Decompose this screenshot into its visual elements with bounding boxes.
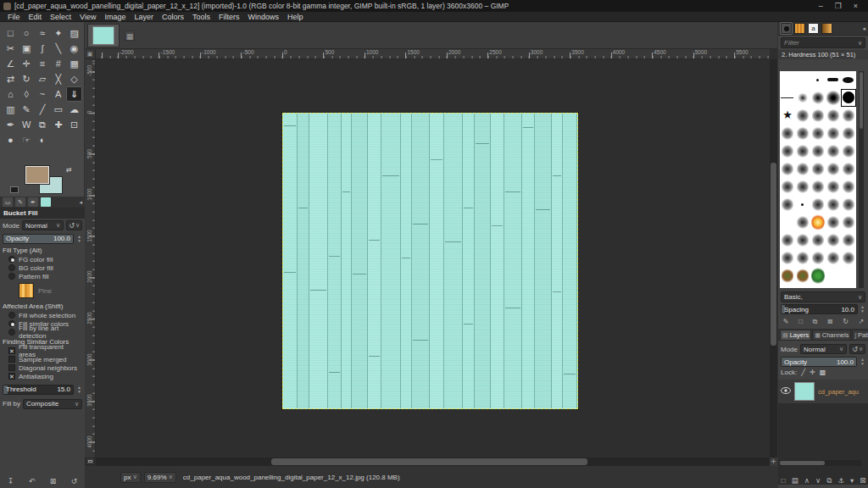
brush-swatch-tex[interactable] <box>780 142 795 160</box>
brush-swatch-hard[interactable] <box>841 89 856 107</box>
gradients-tab[interactable] <box>821 23 832 34</box>
brush-swatch-soft3[interactable] <box>826 89 841 107</box>
fill-type-option[interactable]: Pattern fill <box>0 272 85 280</box>
brush-swatch-blank[interactable] <box>780 71 795 89</box>
tool-warp-transform[interactable]: ~ <box>35 86 51 102</box>
brush-swatch-tex[interactable] <box>810 231 826 249</box>
dock-menu-icon[interactable]: ◂ <box>79 199 82 206</box>
tool-paintbrush[interactable]: ╱ <box>35 102 51 117</box>
tool-zoom[interactable]: ◉ <box>66 41 82 56</box>
tool-perspective-clone[interactable]: ⊡ <box>66 117 82 132</box>
brush-swatch-dab[interactable] <box>841 71 856 89</box>
layer-blend-space-button[interactable]: ↺∨ <box>849 344 865 354</box>
horizontal-ruler[interactable]: -2000-1500-1000-500050010001500200025003… <box>96 49 770 59</box>
brush-swatch-tex[interactable] <box>841 107 856 125</box>
brush-swatch-tex[interactable] <box>795 249 810 267</box>
brush-swatch-tex[interactable] <box>826 214 841 231</box>
brush-swatch-soft1[interactable] <box>795 89 810 107</box>
fill-type-option[interactable]: BG color fill <box>0 263 85 272</box>
layers-scrollbar-thumb[interactable] <box>780 461 825 465</box>
brush-swatch-tex[interactable] <box>841 196 856 214</box>
tool-perspective[interactable]: ◊ <box>19 86 35 102</box>
delete-tool-preset-button[interactable]: ⊠ <box>50 477 57 485</box>
device-status-tab[interactable]: ✎ <box>15 197 25 207</box>
brush-swatch-tex[interactable] <box>780 231 795 249</box>
brush-swatch-tex[interactable] <box>810 125 826 142</box>
horizontal-scrollbar[interactable] <box>96 458 770 466</box>
tool-crop[interactable]: # <box>50 56 66 71</box>
tool-handle-transform[interactable]: ╳ <box>50 71 66 86</box>
tool-fuzzy-select[interactable]: ✦ <box>50 25 66 41</box>
tool-options-tab[interactable]: ▭ <box>3 197 13 207</box>
brush-swatch-leaf[interactable] <box>780 267 795 285</box>
tab-list-icon[interactable]: ▦ <box>125 30 135 41</box>
brush-swatch-tex[interactable] <box>826 178 841 196</box>
checkbox-icon[interactable] <box>8 364 15 371</box>
radio-icon[interactable] <box>8 329 15 336</box>
layer-mode-dropdown[interactable]: Normal∨ <box>800 344 847 354</box>
brush-filter-input[interactable]: Filter ∨ <box>781 37 865 48</box>
brush-swatch-tex[interactable] <box>841 214 856 231</box>
image-viewport[interactable] <box>96 59 770 458</box>
brush-swatch-tex[interactable] <box>795 160 810 178</box>
finding-option[interactable]: ✕Fill transparent areas <box>0 347 85 355</box>
checkbox-icon[interactable]: ✕ <box>8 347 15 354</box>
new-layer-group-button[interactable]: ▤ <box>792 476 798 485</box>
zoom-dropdown[interactable]: 9.69% ∨ <box>144 472 176 483</box>
brush-swatch-tex[interactable] <box>780 249 795 267</box>
brush-swatch-line[interactable] <box>780 89 795 107</box>
brush-swatch-tex[interactable] <box>780 160 795 178</box>
horizontal-scrollbar-thumb[interactable] <box>271 458 588 465</box>
brush-swatch-tex[interactable] <box>810 249 826 267</box>
menu-view[interactable]: View <box>75 12 100 22</box>
brush-swatch-tex[interactable] <box>826 125 841 142</box>
tab-layers[interactable]: ▤Layers <box>780 330 811 340</box>
brush-swatch-tex[interactable] <box>810 178 826 196</box>
tool-free-select[interactable]: ≈ <box>35 25 51 41</box>
brush-swatch-leaf[interactable] <box>795 267 810 285</box>
radio-icon[interactable] <box>8 256 15 263</box>
tool-alignment[interactable]: ≡ <box>35 56 51 71</box>
tool-select-by-color[interactable]: ▨ <box>66 25 82 41</box>
brush-swatch-dot[interactable] <box>810 71 826 89</box>
tool-ellipse-select[interactable]: ○ <box>19 25 35 41</box>
brush-swatch-tex[interactable] <box>841 125 856 142</box>
raise-layer-button[interactable]: ∧ <box>804 476 810 485</box>
tool-color-picker[interactable]: ╲ <box>50 41 66 56</box>
navigation-button[interactable]: ✛ <box>770 458 777 466</box>
anchor-layer-button[interactable]: ⚓ <box>837 476 844 485</box>
lock-position-icon[interactable]: ✛ <box>810 369 815 376</box>
unit-dropdown[interactable]: px ∨ <box>120 472 141 483</box>
brush-swatch-tex[interactable] <box>795 178 810 196</box>
lower-layer-button[interactable]: ∨ <box>815 476 821 485</box>
tool-airbrush[interactable]: ☁ <box>66 102 82 117</box>
tool-ink[interactable]: ✒ <box>3 117 19 132</box>
vertical-ruler[interactable]: -50005001000150020002500300035004000 <box>85 59 96 458</box>
menu-windows[interactable]: Windows <box>243 12 283 22</box>
tool-bucket-fill[interactable]: ⇓ <box>66 86 82 102</box>
open-brush-as-image-button[interactable]: ↗ <box>858 318 864 326</box>
fill-type-option[interactable]: FG color fill <box>0 255 85 263</box>
brush-swatch-tex[interactable] <box>810 196 826 214</box>
brush-swatch-tex[interactable] <box>826 160 841 178</box>
merge-down-button[interactable]: ▾ <box>850 476 854 485</box>
quick-mask-toggle[interactable] <box>86 458 95 465</box>
patterns-tab[interactable] <box>794 23 805 34</box>
blend-space-button[interactable]: ↺∨ <box>66 220 82 230</box>
tool-paths[interactable]: ʃ <box>35 41 51 56</box>
brush-swatch-fire[interactable] <box>810 214 826 231</box>
brush-swatch-tex[interactable] <box>841 231 856 249</box>
foreground-color-swatch[interactable] <box>25 166 49 184</box>
brush-swatch-tex[interactable] <box>810 107 826 125</box>
tab-channels[interactable]: ▦Channels <box>812 330 851 340</box>
tool-presets-tab[interactable]: ✒ <box>28 197 38 207</box>
restore-tool-preset-button[interactable]: ↶ <box>29 477 36 485</box>
fonts-tab[interactable]: a <box>808 23 819 34</box>
brush-swatch-bar[interactable] <box>826 71 841 89</box>
brush-swatch-blank[interactable] <box>780 214 795 231</box>
layer-opacity-spinner[interactable]: ▲▼ <box>860 358 865 366</box>
layer-opacity-slider[interactable]: Opacity 100.0 <box>781 357 857 367</box>
vertical-scrollbar-thumb[interactable] <box>771 163 776 346</box>
tool-measure[interactable]: ∠ <box>3 56 19 71</box>
menu-select[interactable]: Select <box>46 12 75 22</box>
